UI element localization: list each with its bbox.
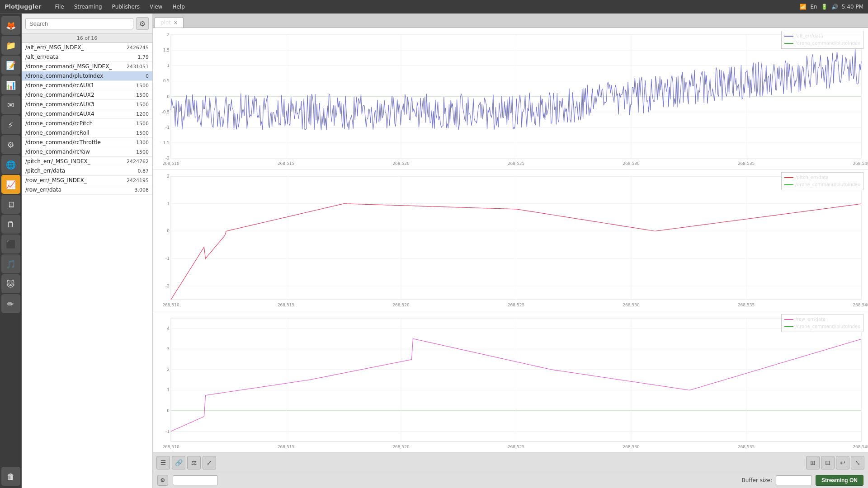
svg-text:268,510: 268,510 [162,161,179,166]
dock-icon-edit[interactable]: ✏ [1,294,20,313]
search-input[interactable] [25,18,133,29]
signal-value: 1500 [117,149,149,155]
menu-view[interactable]: View [145,3,167,11]
signal-row[interactable]: /drone_command/rcPitch1500 [22,119,152,128]
menu-file[interactable]: File [51,3,69,11]
signal-name: /alt_err/_MSG_INDEX_ [25,44,117,51]
tab-close-icon[interactable]: ✕ [174,20,178,26]
signal-name: /drone_command/rcAUX2 [25,92,117,98]
bottom-toolbar: ☰ 🔗 ⚖ ⤢ ⊞ ⊟ ↩ ⤡ [153,453,868,472]
signal-row[interactable]: /pitch_err/data0.87 [22,166,152,176]
status-right: Buffer size: 100 sec Streaming ON [741,475,863,486]
dock-icon-terminal2[interactable]: 🖥 [1,195,20,214]
signal-row[interactable]: /drone_command/plutoIndex0 [22,71,152,81]
dock-icon-terminal[interactable]: ⬛ [1,235,20,253]
signal-row[interactable]: /row_err/_MSG_INDEX_2424195 [22,176,152,185]
svg-text:-1: -1 [165,257,170,261]
signal-name: /row_err/data [25,187,117,193]
signal-value: 0.87 [117,168,149,174]
plot-panel-2: /pitch_err/data /drone_command/plutoInde… [153,169,868,311]
svg-text:1.5: 1.5 [163,48,170,52]
signal-row[interactable]: /alt_err/data1.79 [22,52,152,62]
menu-bar: File Streaming Publishers View Help [51,3,189,11]
dock-icon-plotjuggler[interactable]: 📈 [1,175,20,194]
status-settings-btn[interactable]: ⚙ [157,475,168,486]
signal-row[interactable]: /drone_command/rcAUX11500 [22,81,152,90]
dock-icon-calc[interactable]: 📊 [1,75,20,94]
dock-icon-thunderbird[interactable]: ⚡ [1,115,20,134]
dock-icon-scratch[interactable]: 🐱 [1,274,20,293]
toolbar-btn-add-panel[interactable]: ⊞ [806,456,820,469]
tab-label: plot [160,19,171,26]
menu-help[interactable]: Help [168,3,189,11]
svg-text:268,530: 268,530 [623,161,639,166]
svg-text:1: 1 [167,388,170,392]
signal-row[interactable]: /drone_command/rcAUX41200 [22,109,152,119]
signal-row[interactable]: /alt_err/_MSG_INDEX_2426745 [22,43,152,52]
svg-text:2: 2 [167,367,170,372]
signal-value: 1500 [117,83,149,89]
signal-value: 1.79 [117,54,149,60]
dock-icon-trash[interactable]: 🗑 [1,467,20,486]
svg-text:268,530: 268,530 [623,303,639,308]
wifi-icon: 📶 [800,4,807,10]
svg-text:268,515: 268,515 [278,303,294,308]
svg-text:268,525: 268,525 [508,161,524,166]
signal-row[interactable]: /drone_command/_MSG_INDEX_2431051 [22,62,152,71]
signal-name: /drone_command/rcAUX4 [25,111,117,117]
dock-icon-notes[interactable]: 🗒 [1,215,20,234]
svg-text:268,535: 268,535 [738,303,755,308]
signal-row[interactable]: /drone_command/rcRoll1500 [22,128,152,138]
svg-text:1: 1 [167,202,170,206]
dock-icon-text[interactable]: 📝 [1,56,20,75]
toolbar-btn-add-row[interactable]: ⊟ [821,456,835,469]
signal-row[interactable]: /pitch_err/_MSG_INDEX_2424762 [22,157,152,166]
signal-row[interactable]: /drone_command/rcAUX21500 [22,90,152,100]
count-label: 16 of 16 [22,34,152,43]
signal-name: /drone_command/rcRoll [25,130,117,136]
streaming-button[interactable]: Streaming ON [816,475,863,486]
toolbar-btn-fullscreen[interactable]: ⤡ [851,456,864,469]
menu-streaming[interactable]: Streaming [70,3,107,11]
dock-icon-files[interactable]: 📁 [1,36,20,55]
svg-text:0: 0 [167,408,170,413]
svg-text:268,515: 268,515 [278,161,294,166]
toolbar-btn-undo[interactable]: ↩ [836,456,849,469]
signal-list[interactable]: /alt_err/_MSG_INDEX_2426745/alt_err/data… [22,43,152,488]
svg-text:268,535: 268,535 [738,445,755,449]
signal-value: 1500 [117,92,149,98]
signal-name: /drone_command/_MSG_INDEX_ [25,63,117,70]
svg-text:268,525: 268,525 [508,445,524,449]
signal-name: /pitch_err/_MSG_INDEX_ [25,158,117,164]
dock-icon-globe[interactable]: 🌐 [1,155,20,174]
tab-plot[interactable]: plot ✕ [155,17,184,28]
toolbar-btn-move[interactable]: ⤢ [203,456,216,469]
plot-panel-3: /row_err/data /drone_command/plutoIndex … [153,311,868,453]
time-input[interactable]: 268541.485 [173,475,218,485]
main-layout: 🦊 📁 📝 📊 ✉ ⚡ ⚙ 🌐 📈 🖥 🗒 ⬛ 🎵 🐱 ✏ 🗑 ⚙ 16 of … [0,14,868,488]
signal-row[interactable]: /row_err/data3.008 [22,185,152,195]
signal-value: 2424762 [117,159,149,164]
svg-text:268,530: 268,530 [623,445,639,449]
settings-button[interactable]: ⚙ [136,17,149,30]
app-title: PlotJuggler [5,3,42,10]
signal-row[interactable]: /drone_command/rcThrottle1300 [22,138,152,147]
signal-row[interactable]: /drone_command/rcAUX31500 [22,100,152,109]
toolbar-btn-sliders[interactable]: ⚖ [187,456,201,469]
signal-row[interactable]: /drone_command/rcYaw1500 [22,147,152,157]
plot-panel-1: /alt_err/data /drone_command/plutoIndex … [153,28,868,169]
toolbar-btn-list[interactable]: ☰ [156,456,170,469]
plot1-svg: 268,510268,515268,520268,525268,530268,5… [153,28,868,169]
buffer-input[interactable]: 100 sec [776,475,812,485]
dock-icon-mail[interactable]: ✉ [1,95,20,114]
left-dock: 🦊 📁 📝 📊 ✉ ⚡ ⚙ 🌐 📈 🖥 🗒 ⬛ 🎵 🐱 ✏ 🗑 [0,14,22,488]
lang-indicator: En [810,4,817,10]
legend-item-2b: /drone_command/plutoIndex [784,181,860,188]
dock-icon-music[interactable]: 🎵 [1,254,20,273]
toolbar-btn-link[interactable]: 🔗 [172,456,185,469]
svg-text:2: 2 [167,33,170,37]
dock-icon-firefox[interactable]: 🦊 [1,16,20,35]
dock-icon-settings[interactable]: ⚙ [1,135,20,154]
search-bar: ⚙ [22,14,152,34]
menu-publishers[interactable]: Publishers [108,3,144,11]
